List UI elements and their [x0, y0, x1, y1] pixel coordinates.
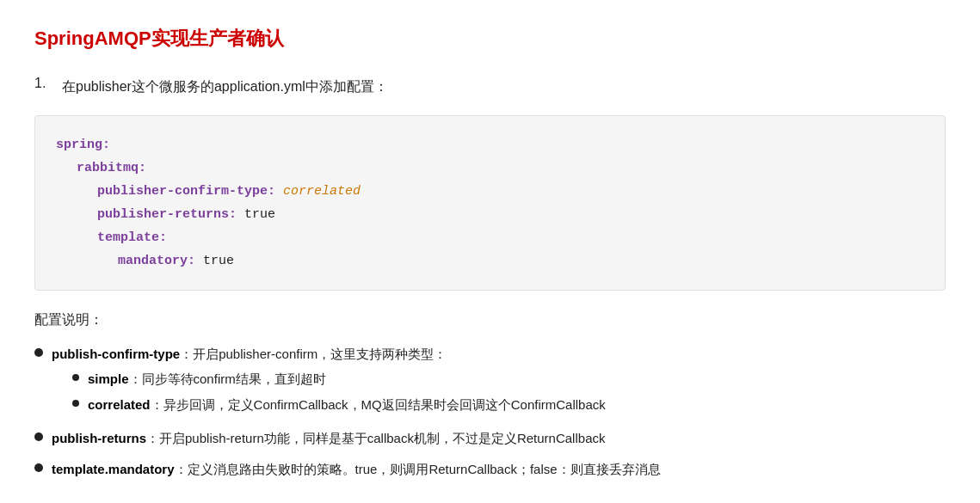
bullet-dot-3	[34, 463, 43, 472]
code-line-2: rabbitmq:	[56, 156, 924, 180]
sub-bullet-text-2: correlated：异步回调，定义ConfirmCallback，MQ返回结果…	[88, 394, 606, 416]
code-line-6: mandatory: true	[56, 249, 924, 273]
bullet-item-2: publish-returns：开启publish-return功能，同样是基于…	[34, 427, 946, 450]
step-1: 1. 在publisher这个微服务的application.yml中添加配置：	[34, 76, 946, 98]
code-value-true-mandatory: true	[203, 254, 234, 268]
code-line-1: spring:	[56, 133, 924, 156]
code-key-mandatory: mandatory:	[118, 254, 203, 268]
config-desc: 配置说明：	[34, 311, 946, 329]
code-block: spring: rabbitmq: publisher-confirm-type…	[34, 115, 946, 291]
code-line-3: publisher-confirm-type: correlated	[56, 180, 924, 203]
page-title: SpringAMQP实现生产者确认	[34, 26, 946, 52]
bullet-item-1: publish-confirm-type：开启publisher-confirm…	[34, 343, 946, 420]
sub-bullet-item-2: correlated：异步回调，定义ConfirmCallback，MQ返回结果…	[72, 394, 606, 416]
code-key-template: template:	[97, 230, 167, 245]
bullet-item-3: template.mandatory：定义消息路由失败时的策略。true，则调用…	[34, 458, 946, 481]
bullets-section: publish-confirm-type：开启publisher-confirm…	[34, 343, 946, 481]
code-key-rabbitmq: rabbitmq:	[77, 161, 146, 175]
bullet-list: publish-confirm-type：开启publisher-confirm…	[34, 343, 946, 481]
bullet-text-3: template.mandatory：定义消息路由失败时的策略。true，则调用…	[52, 458, 661, 481]
sub-bullet-text-1: simple：同步等待confirm结果，直到超时	[88, 368, 326, 390]
step-number: 1.	[34, 76, 55, 91]
sub-bullet-dot-2	[72, 400, 79, 407]
sub-bullet-dot-1	[72, 374, 79, 381]
code-key-confirm-type: publisher-confirm-type:	[97, 184, 283, 199]
sub-bullet-list-1: simple：同步等待confirm结果，直到超时 correlated：异步回…	[72, 368, 606, 415]
code-value-true-returns: true	[244, 207, 275, 222]
bullet-dot-1	[34, 348, 43, 357]
bullet-text-2: publish-returns：开启publish-return功能，同样是基于…	[52, 427, 605, 450]
step-text: 在publisher这个微服务的application.yml中添加配置：	[62, 76, 388, 98]
bullet-text-1: publish-confirm-type：开启publisher-confirm…	[52, 347, 447, 361]
bullet-content-1: publish-confirm-type：开启publisher-confirm…	[52, 343, 606, 420]
code-value-correlated: correlated	[283, 184, 361, 199]
code-key-spring: spring:	[56, 138, 110, 152]
code-line-5: template:	[56, 226, 924, 249]
code-key-publisher-returns: publisher-returns:	[97, 207, 244, 222]
bullet-dot-2	[34, 432, 43, 441]
sub-bullet-item-1: simple：同步等待confirm结果，直到超时	[72, 368, 606, 390]
code-line-4: publisher-returns: true	[56, 203, 924, 226]
